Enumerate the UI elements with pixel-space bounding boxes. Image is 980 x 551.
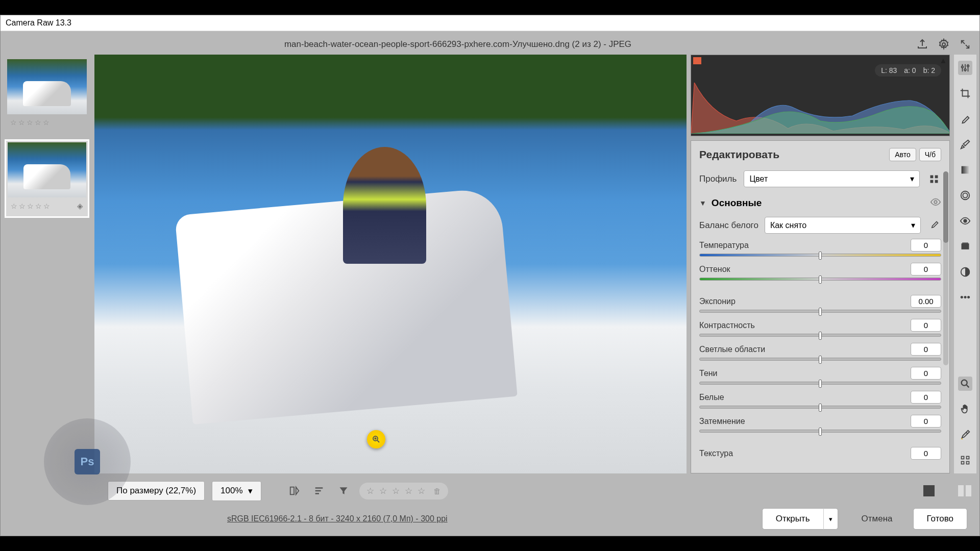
split-view-icon[interactable] (966, 485, 971, 496)
metadata-link[interactable]: sRGB IEC61966-2.1 - 8 бит - 3240 x 2160 … (227, 514, 448, 523)
settings-icon[interactable] (937, 37, 951, 52)
texture-slider: Текстура (699, 447, 941, 460)
preview-area[interactable] (94, 55, 687, 473)
profile-browser-icon[interactable] (927, 172, 941, 186)
star-icon[interactable]: ☆ (405, 486, 412, 496)
slider-value[interactable] (911, 447, 941, 460)
chevron-down-icon: ▾ (911, 220, 915, 230)
trash-icon[interactable]: 🗑 (433, 487, 441, 495)
done-button[interactable]: Готово (913, 508, 968, 530)
slider-thumb[interactable] (819, 356, 822, 364)
main-row: ☆☆☆☆☆ ☆☆☆☆☆ ◈ (4, 55, 976, 473)
slider-thumb[interactable] (819, 380, 822, 388)
heal-tool-icon[interactable] (958, 112, 972, 126)
visibility-icon[interactable] (930, 196, 941, 210)
shadow-clip-warning[interactable] (693, 57, 701, 64)
star-icon: ☆ (43, 118, 50, 127)
zoom-tool-icon[interactable] (958, 377, 972, 391)
wb-value: Как снято (770, 221, 806, 230)
brush-tool-icon[interactable] (958, 137, 972, 152)
svg-point-6 (934, 201, 937, 204)
slider-track[interactable] (699, 310, 941, 313)
svg-rect-15 (962, 243, 968, 244)
thumbnail-1[interactable]: ☆☆☆☆☆ (5, 57, 89, 133)
slider-track[interactable] (699, 382, 941, 385)
slider-value[interactable] (911, 263, 941, 276)
wb-eyedropper-icon[interactable] (927, 218, 941, 233)
wb-select[interactable]: Как снято ▾ (765, 217, 921, 234)
open-dropdown[interactable]: ▾ (823, 508, 838, 530)
fullscreen-icon[interactable] (958, 37, 972, 52)
highlight-clip-warning[interactable]: ▲ (939, 57, 947, 64)
slider-value[interactable] (911, 319, 941, 332)
slider-thumb[interactable] (819, 332, 822, 340)
zoom-100-button[interactable]: 100%▾ (212, 481, 261, 501)
split-view-icon[interactable] (958, 485, 964, 496)
slider-value[interactable] (911, 391, 941, 404)
svg-rect-19 (967, 457, 969, 459)
thumbnail-image (8, 142, 86, 197)
grid-tool-icon[interactable] (958, 453, 972, 467)
star-icon: ☆ (27, 118, 33, 127)
slider-value[interactable] (911, 239, 941, 252)
slider-value[interactable] (911, 415, 941, 428)
open-button[interactable]: Открыть (762, 508, 824, 530)
slider-value[interactable] (911, 367, 941, 380)
slider-track[interactable] (699, 406, 941, 409)
hand-tool-icon[interactable] (958, 402, 972, 416)
slider-thumb[interactable] (819, 308, 822, 316)
sort-icon[interactable] (310, 482, 328, 499)
filter-icon[interactable] (335, 482, 352, 499)
slider-label: Белые (699, 393, 724, 402)
star-icon[interactable]: ☆ (392, 486, 400, 496)
bw-button[interactable]: Ч/б (919, 148, 941, 161)
gradient-tool-icon[interactable] (958, 163, 972, 177)
radial-tool-icon[interactable] (958, 188, 972, 203)
thumbnail-2[interactable]: ☆☆☆☆☆ ◈ (5, 139, 89, 218)
right-column: ▲ L: 83 a: 0 b: 2 (691, 55, 976, 473)
fit-zoom-select[interactable]: По размеру (22,7%) (108, 481, 205, 500)
compare-view-toggle[interactable] (958, 485, 971, 496)
slider-thumb[interactable] (819, 428, 822, 436)
basic-section-header[interactable]: ▼ Основные (699, 196, 941, 210)
color-grading-icon[interactable] (958, 265, 972, 279)
thumbnail-rating[interactable]: ☆☆☆☆☆ ◈ (8, 197, 86, 215)
redeye-tool-icon[interactable] (958, 214, 972, 228)
histogram[interactable]: ▲ L: 83 a: 0 b: 2 (691, 55, 950, 136)
edit-tool-icon[interactable] (958, 61, 972, 75)
more-icon[interactable]: ••• (958, 290, 972, 305)
preview-image (94, 55, 687, 473)
view-toggle[interactable] (923, 485, 935, 496)
star-icon: ☆ (11, 202, 17, 210)
profile-select[interactable]: Цвет ▾ (744, 170, 920, 187)
rating-pill[interactable]: ☆☆☆☆☆ 🗑 (359, 483, 448, 499)
slider-value[interactable] (911, 295, 941, 308)
slider-track[interactable] (699, 334, 941, 337)
slider-track[interactable] (699, 358, 941, 361)
slider-thumb[interactable] (819, 276, 822, 284)
crop-tool-icon[interactable] (958, 86, 972, 101)
sampler-tool-icon[interactable] (958, 428, 972, 442)
snapshot-tool-icon[interactable] (958, 239, 972, 254)
slider-track[interactable] (699, 254, 941, 257)
svg-rect-10 (962, 166, 969, 174)
slider-track[interactable] (699, 278, 941, 281)
svg-point-11 (963, 193, 967, 197)
panel-scrollbar[interactable] (943, 171, 948, 365)
star-icon[interactable]: ☆ (366, 486, 374, 496)
cancel-button[interactable]: Отмена (848, 509, 906, 529)
thumbnail-rating[interactable]: ☆☆☆☆☆ (7, 114, 87, 131)
svg-point-12 (961, 191, 970, 200)
export-icon[interactable] (915, 37, 929, 52)
chevron-down-icon: ▾ (248, 486, 253, 496)
slider-track[interactable] (699, 430, 941, 433)
auto-button[interactable]: Авто (889, 148, 916, 161)
scrollbar-thumb[interactable] (943, 171, 948, 243)
slider-thumb[interactable] (819, 404, 822, 412)
star-icon[interactable]: ☆ (379, 486, 387, 496)
slider-thumb[interactable] (819, 252, 822, 260)
slider-value[interactable] (911, 343, 941, 356)
single-view-icon[interactable] (923, 485, 935, 496)
before-after-icon[interactable] (286, 482, 303, 499)
star-icon[interactable]: ☆ (418, 486, 425, 496)
